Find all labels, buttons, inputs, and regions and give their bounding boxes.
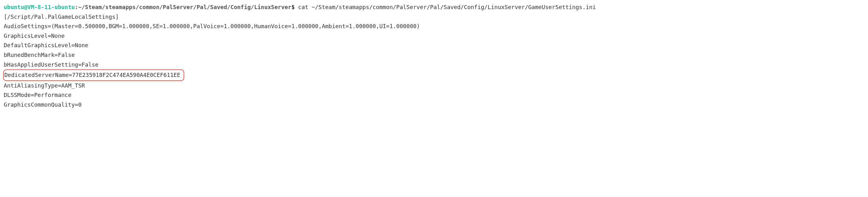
output-line-5: bHasAppliedUserSetting=False — [4, 61, 98, 68]
prompt-path: :~/Steam/steamapps/common/PalServer/Pal/… — [75, 4, 291, 10]
prompt-user: ubuntu@VM-8-11-ubuntu — [4, 4, 75, 10]
output-line-3: DefaultGraphicsLevel=None — [4, 42, 88, 49]
output-line-2: GraphicsLevel=None — [4, 32, 65, 39]
output-line-1: AudioSettings=(Master=0.500000,BGM=1.000… — [4, 23, 420, 29]
highlighted-output-line: DedicatedServerName=77E235918F2C474EA590… — [3, 69, 184, 81]
command-text: cat ~/Steam/steamapps/common/PalServer/P… — [298, 4, 596, 10]
output-line-4: bRunedBenchMark=False — [4, 52, 75, 58]
output-line-0: [/Script/Pal.PalGameLocalSettings] — [4, 13, 119, 20]
prompt-dollar: $ — [291, 4, 295, 10]
output-line-9: GraphicsCommonQuality=0 — [4, 101, 82, 108]
output-line-7: AntiAliasingType=AAM_TSR — [4, 82, 85, 89]
output-line-8: DLSSMode=Performance — [4, 92, 71, 98]
